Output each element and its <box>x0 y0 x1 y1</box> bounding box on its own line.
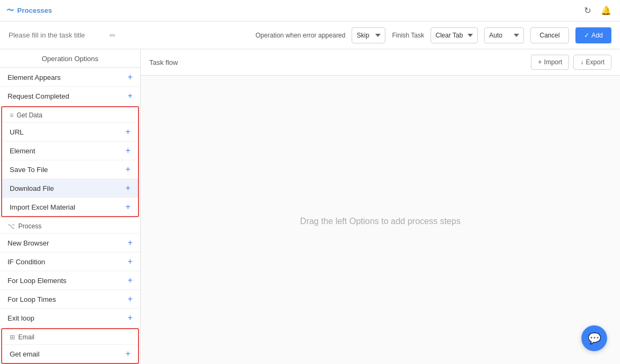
get-data-icon: ≡ <box>10 112 13 119</box>
sidebar-item-url[interactable]: URL + <box>2 122 138 141</box>
chat-button[interactable]: 💬 <box>581 325 607 351</box>
process-icon: ⌥ <box>8 222 15 230</box>
item-label: Import Excel Material <box>10 203 75 211</box>
sidebar-item-for-loop-times[interactable]: For Loop Times + <box>0 289 140 308</box>
operation-label: Operation when error appeared <box>256 32 345 39</box>
item-label: Element <box>10 147 35 155</box>
sidebar-item-save-to-file[interactable]: Save To File + <box>2 160 138 179</box>
sidebar-item-request-completed[interactable]: Request Completed + <box>0 86 140 105</box>
plus-icon[interactable]: + <box>128 72 133 82</box>
plus-icon[interactable]: + <box>126 183 130 193</box>
email-icon: ⊞ <box>10 333 15 341</box>
plus-icon[interactable]: + <box>128 294 133 304</box>
sidebar-item-element-appears[interactable]: Element Appears + <box>0 68 140 86</box>
task-bar-controls: Operation when error appeared Skip Stop … <box>256 27 611 43</box>
task-flow-title: Task flow <box>149 58 178 66</box>
section-process: ⌥ Process New Browser + IF Condition + F… <box>0 218 140 327</box>
item-label: New Browser <box>8 239 49 247</box>
plus-icon[interactable]: + <box>128 91 133 101</box>
sidebar-header: Operation Options <box>0 49 140 68</box>
top-nav-right: ↻ 🔔 <box>582 3 614 18</box>
bell-button[interactable]: 🔔 <box>599 3 614 18</box>
plus-icon[interactable]: + <box>126 165 130 174</box>
section-title-label: Process <box>18 222 41 230</box>
auto-select[interactable]: Auto Manual <box>484 27 524 43</box>
plus-icon[interactable]: + <box>128 238 133 248</box>
export-icon: ↓ <box>580 58 583 66</box>
sidebar-item-get-email[interactable]: Get email + <box>2 344 138 363</box>
item-label: Element Appears <box>8 73 61 81</box>
task-flow-actions: + Import ↓ Export <box>531 55 611 70</box>
edit-icon[interactable]: ✏ <box>110 31 116 40</box>
export-label: Export <box>586 58 604 66</box>
task-flow-header: Task flow + Import ↓ Export <box>141 49 620 76</box>
item-label: Request Completed <box>8 92 69 100</box>
plus-icon[interactable]: + <box>126 202 130 212</box>
section-title-get-data: ≡ Get Data <box>2 107 138 122</box>
add-label: Add <box>592 32 603 39</box>
main-layout: Operation Options Element Appears + Requ… <box>0 49 620 364</box>
empty-message: Drag the left Options to add process ste… <box>300 217 461 226</box>
item-label: IF Condition <box>8 258 45 266</box>
sidebar-item-for-loop-elements[interactable]: For Loop Elements + <box>0 271 140 289</box>
brand: 〜 Processes <box>6 6 52 16</box>
import-label: Import <box>544 58 562 66</box>
item-label: Get email <box>10 350 40 358</box>
export-button[interactable]: ↓ Export <box>573 55 611 70</box>
sidebar-item-exit-loop[interactable]: Exit loop + <box>0 308 140 327</box>
top-nav: 〜 Processes ↻ 🔔 <box>0 0 620 21</box>
import-icon: + <box>538 58 542 66</box>
sidebar: Operation Options Element Appears + Requ… <box>0 49 141 364</box>
finish-task-label: Finish Task <box>392 32 424 39</box>
section-title-label: Email <box>18 333 34 341</box>
add-icon: ✓ <box>584 32 589 39</box>
item-label: For Loop Elements <box>8 277 67 285</box>
sidebar-item-if-condition[interactable]: IF Condition + <box>0 252 140 271</box>
section-request-completed: Request Completed + <box>0 86 140 105</box>
plus-icon[interactable]: + <box>126 127 130 137</box>
sidebar-item-element[interactable]: Element + <box>2 141 138 160</box>
import-button[interactable]: + Import <box>531 55 569 70</box>
sidebar-item-new-browser[interactable]: New Browser + <box>0 233 140 252</box>
section-get-data: ≡ Get Data URL + Element + Save To File … <box>1 106 139 217</box>
plus-icon[interactable]: + <box>126 146 130 155</box>
item-label: Save To File <box>10 166 48 174</box>
finish-task-select[interactable]: Clear Tab Close Tab Nothing <box>431 27 478 43</box>
item-label: For Loop Times <box>8 295 56 303</box>
task-bar: ✏ Operation when error appeared Skip Sto… <box>0 21 620 49</box>
sidebar-item-import-excel[interactable]: Import Excel Material + <box>2 197 138 216</box>
brand-label: Processes <box>17 6 52 14</box>
cancel-button[interactable]: Cancel <box>530 27 568 43</box>
item-label: URL <box>10 128 24 136</box>
item-label: Exit loop <box>8 314 34 322</box>
operation-select[interactable]: Skip Stop Retry <box>352 27 385 43</box>
sidebar-item-download-file[interactable]: Download File + <box>2 179 138 197</box>
section-email: ⊞ Email Get email + <box>1 328 139 364</box>
task-flow-area: Task flow + Import ↓ Export Drag the lef… <box>141 49 620 364</box>
section-title-email: ⊞ Email <box>2 329 138 344</box>
section-element-appears: Element Appears + <box>0 68 140 86</box>
add-button[interactable]: ✓ Add <box>575 27 611 43</box>
item-label: Download File <box>10 184 54 192</box>
plus-icon[interactable]: + <box>128 313 133 323</box>
task-title-input[interactable] <box>9 31 99 39</box>
section-title-label: Get Data <box>17 112 42 119</box>
task-flow-content: Drag the left Options to add process ste… <box>141 76 620 364</box>
refresh-button[interactable]: ↻ <box>582 3 593 18</box>
plus-icon[interactable]: + <box>128 257 133 266</box>
section-title-process: ⌥ Process <box>0 218 140 233</box>
brand-icon: 〜 <box>6 6 14 16</box>
plus-icon[interactable]: + <box>128 276 133 285</box>
plus-icon[interactable]: + <box>126 349 130 359</box>
